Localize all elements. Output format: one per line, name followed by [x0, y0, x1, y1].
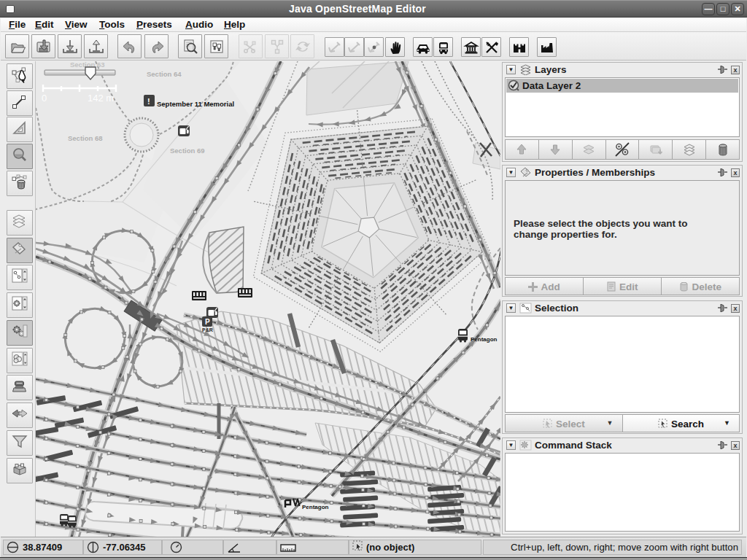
svg-text:142 m: 142 m	[88, 93, 114, 104]
svg-text:!: !	[147, 97, 150, 106]
svg-text:September 11 Memorial: September 11 Memorial	[157, 100, 234, 108]
svg-text:Section 64: Section 64	[147, 70, 182, 78]
svg-text:P: P	[205, 318, 210, 326]
svg-text:0: 0	[42, 93, 47, 104]
svg-text:Pentagon: Pentagon	[471, 336, 498, 343]
svg-text:Pentagon: Pentagon	[302, 504, 329, 510]
svg-text:P&R: P&R	[202, 327, 213, 332]
svg-text:Section 69: Section 69	[170, 147, 205, 155]
svg-text:Section 68: Section 68	[68, 134, 103, 142]
